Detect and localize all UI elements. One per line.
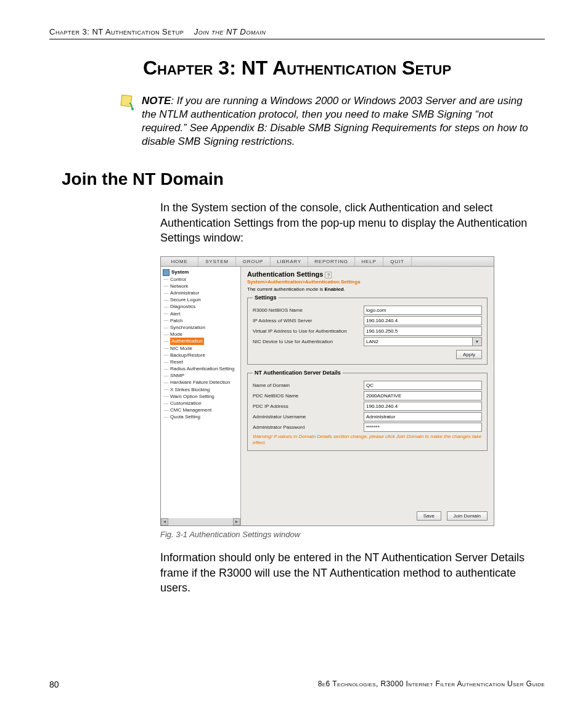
- page-number: 80: [49, 680, 59, 689]
- vip-field[interactable]: 190.160.250.5: [364, 327, 482, 336]
- tree-node-secure-logon[interactable]: Secure Logon: [163, 296, 240, 303]
- tree-node-administrator[interactable]: Administrator: [163, 290, 240, 296]
- nav-tree: System ControlNetworkAdministratorSecure…: [161, 267, 241, 525]
- footer-guide: 8e6 Technologies, R3000 Internet Filter …: [318, 680, 545, 689]
- domain-label: Name of Domain: [253, 383, 364, 388]
- breadcrumb: System>Authentication>Authentication Set…: [247, 279, 488, 285]
- content-panel: Authentication Settings? System>Authenti…: [241, 267, 494, 525]
- tree-node-snmp[interactable]: SNMP: [163, 372, 240, 379]
- admin-user-label: Administrator Username: [253, 414, 364, 420]
- tree-node-customization[interactable]: Customization: [163, 400, 240, 407]
- menu-help[interactable]: HELP: [355, 257, 383, 266]
- tree-node-quota-setting[interactable]: Quota Setting: [163, 413, 240, 420]
- note-text: : If you are running a Windows 2000 or W…: [142, 95, 528, 147]
- admin-pass-label: Administrator Password: [253, 424, 364, 430]
- admin-user-field[interactable]: Administrator: [364, 412, 482, 421]
- pdc-ip-field[interactable]: 190.160.240.4: [364, 402, 482, 411]
- vip-label: Virtual IP Address to Use for Authentica…: [253, 328, 364, 334]
- bottom-button-bar: Save Join Domain: [413, 511, 488, 521]
- join-domain-button[interactable]: Join Domain: [447, 511, 488, 521]
- panel-title: Authentication Settings?: [247, 270, 488, 278]
- running-head-chapter: Chapter 3: NT Authentication Setup: [49, 27, 184, 36]
- admin-pass-field[interactable]: *******: [364, 423, 482, 432]
- menu-quit[interactable]: QUIT: [383, 257, 412, 266]
- closing-paragraph: Information should only be entered in th…: [160, 550, 539, 595]
- running-head-section: Join the NT Domain: [194, 27, 266, 36]
- note-icon: [118, 93, 136, 114]
- tree-node-patch[interactable]: Patch: [163, 317, 240, 324]
- tree-node-nic-mode[interactable]: NIC Mode: [163, 345, 240, 352]
- settings-fieldset: Settings R3000 NetBIOS Namelogo.com IP A…: [247, 294, 488, 365]
- tree-node-synchronization[interactable]: Synchronization: [163, 324, 240, 331]
- tree-node-mode[interactable]: Mode: [163, 331, 240, 338]
- settings-legend: Settings: [253, 294, 279, 301]
- domain-field[interactable]: QC: [364, 381, 482, 390]
- tree-node-diagnostics[interactable]: Diagnostics: [163, 303, 240, 310]
- pdc-netbios-label: PDC NetBIOS Name: [253, 393, 364, 399]
- pdc-netbios-field[interactable]: 2000ADNATIVE: [364, 391, 482, 400]
- menu-bar: HOME SYSTEM GROUP LIBRARY REPORTING HELP…: [161, 257, 494, 267]
- tree-scrollbar[interactable]: ◄►: [161, 518, 240, 525]
- tree-node-alert[interactable]: Alert: [163, 310, 240, 317]
- wins-label: IP Address of WINS Server: [253, 318, 364, 323]
- running-head: Chapter 3: NT Authentication Setup Join …: [49, 27, 545, 39]
- tree-node-control[interactable]: Control: [163, 276, 240, 283]
- tree-node-network[interactable]: Network: [163, 283, 240, 290]
- netbios-field[interactable]: logo.com: [364, 306, 482, 315]
- svg-point-0: [131, 108, 134, 110]
- menu-library[interactable]: LIBRARY: [271, 257, 308, 266]
- tree-node-hardware-failure-detection[interactable]: Hardware Failure Detection: [163, 379, 240, 386]
- apply-button[interactable]: Apply: [456, 350, 482, 359]
- pdc-ip-label: PDC IP Address: [253, 404, 364, 409]
- menu-system[interactable]: SYSTEM: [198, 257, 236, 266]
- menu-group[interactable]: GROUP: [236, 257, 271, 266]
- tree-node-authentication[interactable]: Authentication: [163, 338, 240, 344]
- app-window: HOME SYSTEM GROUP LIBRARY REPORTING HELP…: [160, 256, 494, 526]
- menu-home[interactable]: HOME: [161, 257, 198, 266]
- tree-node-x-strikes-blocking[interactable]: X Strikes Blocking: [163, 386, 240, 393]
- tree-node-reset[interactable]: Reset: [163, 359, 240, 365]
- nt-details-fieldset: NT Authentication Server Details Name of…: [247, 370, 488, 451]
- menu-reporting[interactable]: REPORTING: [308, 257, 355, 266]
- note-label: NOTE: [142, 95, 171, 107]
- page-footer: 80 8e6 Technologies, R3000 Internet Filt…: [49, 680, 545, 689]
- figure-caption: Fig. 3-1 Authentication Settings window: [160, 530, 545, 539]
- tree-root[interactable]: System: [163, 269, 240, 275]
- section-title: Join the NT Domain: [62, 169, 545, 189]
- help-icon[interactable]: ?: [325, 272, 332, 278]
- tree-node-backup-restore[interactable]: Backup/Restore: [163, 352, 240, 359]
- save-button[interactable]: Save: [417, 511, 441, 521]
- nic-select[interactable]: LAN2: [364, 337, 482, 346]
- chapter-title: Chapter 3: NT Authentication Setup: [49, 57, 545, 79]
- intro-paragraph: In the System section of the console, cl…: [160, 200, 539, 245]
- note-block: NOTE: If you are running a Windows 2000 …: [142, 94, 539, 148]
- tree-node-radius-authentication-setting[interactable]: Radius Authentication Setting: [163, 365, 240, 372]
- scroll-right-icon[interactable]: ►: [233, 518, 240, 525]
- warning-text: Warning! If values in Domain Details sec…: [253, 434, 482, 445]
- tree-node-warn-option-setting[interactable]: Warn Option Setting: [163, 393, 240, 400]
- nt-details-legend: NT Authentication Server Details: [253, 370, 343, 376]
- tree-node-cmc-management[interactable]: CMC Management: [163, 407, 240, 413]
- system-icon: [163, 269, 169, 276]
- netbios-label: R3000 NetBIOS Name: [253, 307, 364, 313]
- auth-mode-line: The current authentication mode is Enabl…: [247, 286, 488, 292]
- scroll-left-icon[interactable]: ◄: [161, 518, 168, 525]
- wins-field[interactable]: 190.160.240.4: [364, 316, 482, 325]
- figure-screenshot: HOME SYSTEM GROUP LIBRARY REPORTING HELP…: [160, 256, 545, 526]
- nic-label: NIC Device to Use for Authentication: [253, 339, 364, 344]
